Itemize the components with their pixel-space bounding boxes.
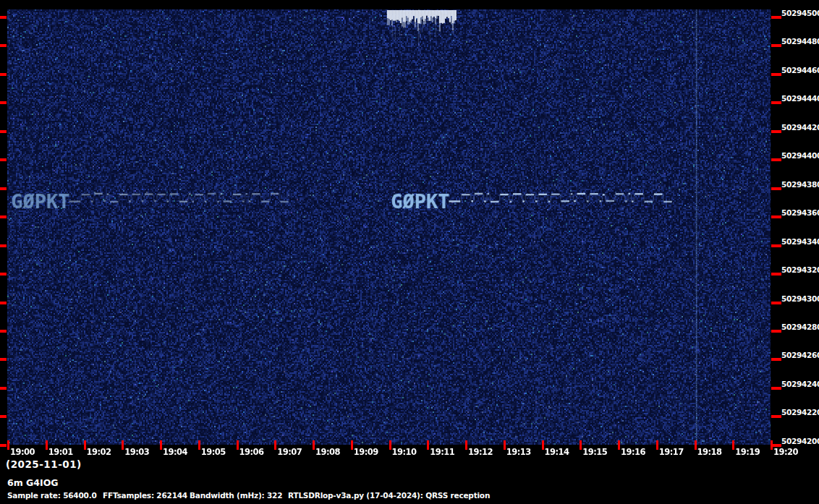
- time-tick: [618, 440, 620, 450]
- time-label: 19:00: [10, 447, 35, 457]
- freq-label: 50294500: [781, 9, 819, 17]
- time-label: 19:16: [621, 447, 645, 457]
- freq-tick-left: [0, 16, 7, 19]
- time-label: 19:01: [48, 447, 73, 457]
- freq-tick: [771, 330, 781, 333]
- freq-tick: [771, 101, 781, 104]
- time-tick: [656, 440, 658, 450]
- freq-tick: [771, 215, 781, 218]
- time-tick: [465, 440, 467, 450]
- freq-tick: [771, 358, 781, 361]
- freq-tick: [771, 244, 781, 247]
- freq-tick-left: [0, 302, 7, 304]
- freq-label: 50294260: [781, 351, 819, 359]
- freq-tick-left: [0, 158, 7, 161]
- freq-tick-left: [0, 101, 7, 104]
- time-label: 19:05: [201, 447, 226, 457]
- time-label: 19:07: [277, 447, 302, 457]
- freq-tick-left: [0, 444, 7, 447]
- time-label: 19:15: [582, 447, 607, 457]
- freq-label: 50294400: [781, 151, 819, 160]
- freq-tick: [771, 16, 781, 19]
- time-label: 19:17: [659, 447, 684, 457]
- freq-label: 50294460: [781, 66, 819, 74]
- freq-tick: [771, 73, 781, 76]
- time-tick: [771, 440, 773, 450]
- freq-label: 50294340: [781, 237, 819, 246]
- freq-label: 50294360: [781, 208, 819, 217]
- time-label: 19:10: [392, 447, 417, 457]
- time-label: 19:03: [124, 447, 149, 457]
- freq-label: 50294200: [781, 437, 819, 445]
- time-tick: [237, 440, 239, 450]
- freq-label: 50294320: [781, 265, 819, 274]
- time-label: 19:09: [354, 447, 378, 457]
- time-label: 19:04: [163, 447, 187, 457]
- time-tick: [274, 440, 276, 450]
- freq-label: 50294440: [781, 94, 819, 103]
- freq-tick: [771, 130, 781, 133]
- freq-label: 50294380: [781, 180, 819, 189]
- time-tick: [542, 440, 544, 450]
- time-label: 19:18: [697, 447, 722, 457]
- freq-tick-left: [0, 358, 7, 361]
- waterfall-canvas: [7, 9, 771, 445]
- time-label: 19:06: [239, 447, 264, 457]
- time-tick: [46, 440, 48, 450]
- freq-tick-left: [0, 73, 7, 76]
- time-label: 19:12: [468, 447, 493, 457]
- freq-label: 50294420: [781, 123, 819, 132]
- freq-tick-left: [0, 215, 7, 218]
- date-label: (2025-11-01): [6, 458, 82, 470]
- time-label: 19:14: [545, 447, 569, 457]
- qrss-grabber-screen: 5029450050294480502944605029444050294420…: [0, 0, 819, 504]
- freq-label: 50294280: [781, 323, 819, 331]
- freq-tick: [771, 387, 781, 390]
- time-tick: [695, 440, 697, 450]
- time-tick: [504, 440, 506, 450]
- freq-tick-left: [0, 130, 7, 133]
- freq-tick-left: [0, 44, 7, 47]
- time-tick: [389, 440, 391, 450]
- freq-tick-left: [0, 415, 7, 418]
- time-tick: [351, 440, 353, 450]
- freq-tick: [771, 273, 781, 276]
- time-tick: [7, 440, 9, 450]
- station-label: 6m G4IOG: [7, 477, 59, 488]
- freq-tick: [771, 302, 781, 304]
- time-tick: [122, 440, 124, 450]
- freq-label: 50294240: [781, 380, 819, 388]
- time-label: 19:02: [87, 447, 111, 457]
- freq-tick-left: [0, 387, 7, 390]
- freq-tick-left: [0, 187, 7, 190]
- freq-label: 50294220: [781, 408, 819, 417]
- fft-samples-label: FFTsamples: 262144: [103, 491, 187, 500]
- time-label: 19:19: [735, 447, 760, 457]
- freq-tick: [771, 158, 781, 161]
- time-label: 19:13: [506, 447, 531, 457]
- time-tick: [84, 440, 86, 450]
- time-label: 19:11: [430, 447, 454, 457]
- time-label: 19:20: [773, 447, 798, 457]
- freq-tick-left: [0, 330, 7, 333]
- sample-rate-label: Sample rate: 56400.0: [7, 491, 97, 500]
- freq-label: 50294480: [781, 37, 819, 46]
- time-tick: [160, 440, 162, 450]
- time-label: 19:08: [315, 447, 340, 457]
- time-tick: [427, 440, 429, 450]
- freq-tick: [771, 44, 781, 47]
- freq-tick-left: [0, 244, 7, 247]
- time-tick: [580, 440, 582, 450]
- freq-label: 50294300: [781, 294, 819, 303]
- freq-tick: [771, 415, 781, 418]
- freq-tick-left: [0, 273, 7, 276]
- bandwidth-label: Bandwidth (mHz): 322: [190, 491, 282, 500]
- freq-tick: [771, 187, 781, 190]
- software-label: RTLSDRlop-v3a.py (17-04-2024): QRSS rece…: [288, 491, 490, 500]
- time-tick: [313, 440, 315, 450]
- time-tick: [198, 440, 200, 450]
- time-tick: [732, 440, 734, 450]
